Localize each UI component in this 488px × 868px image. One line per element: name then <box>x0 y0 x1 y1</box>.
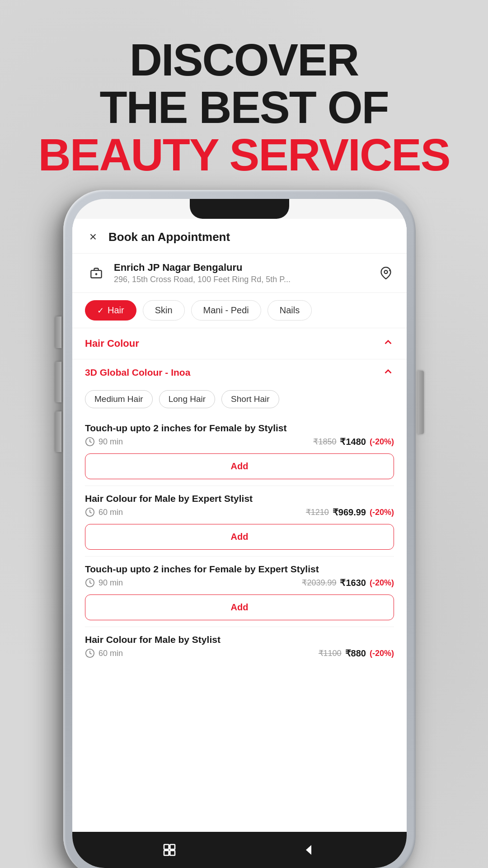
map-pin-icon[interactable] <box>378 265 394 281</box>
section-title: Hair Colour <box>85 338 139 349</box>
volume-up-button <box>55 362 61 402</box>
original-price-2: ₹1210 <box>306 507 329 517</box>
notch <box>190 199 289 219</box>
svg-rect-11 <box>170 850 175 855</box>
tab-hair[interactable]: ✓ Hair <box>85 300 136 321</box>
tab-mani-pedi[interactable]: Mani - Pedi <box>191 300 261 321</box>
svg-rect-8 <box>164 844 169 849</box>
svg-rect-10 <box>164 850 169 855</box>
service-price-3: ₹2039.99 ₹1630 (-20%) <box>302 577 394 588</box>
discount-badge-1: (-20%) <box>370 437 394 447</box>
svg-rect-9 <box>170 844 175 849</box>
service-item-2: Hair Colour for Male by Expert Stylist 6… <box>72 486 407 556</box>
check-icon: ✓ <box>97 306 104 316</box>
hero-line3: BEAUTY SERVICES <box>0 131 488 179</box>
original-price-1: ₹1850 <box>313 437 336 447</box>
service-meta-4: 60 min ₹1100 ₹880 (-20%) <box>85 648 394 659</box>
phone-frame: × Book an Appointment Enrich JP <box>63 190 416 868</box>
tab-nails[interactable]: Nails <box>267 300 312 321</box>
back-nav-icon[interactable] <box>300 840 319 860</box>
service-name-2: Hair Colour for Male by Expert Stylist <box>85 493 394 504</box>
phone-screen: × Book an Appointment Enrich JP <box>72 199 407 868</box>
medium-hair-button[interactable]: Medium Hair <box>85 390 153 408</box>
service-price-4: ₹1100 ₹880 (-20%) <box>319 648 394 659</box>
discount-badge-2: (-20%) <box>370 508 394 517</box>
discounted-price-1: ₹1480 <box>340 436 366 447</box>
original-price-4: ₹1100 <box>319 648 342 658</box>
svg-point-3 <box>385 270 388 274</box>
hero-line1: DISCOVER <box>0 36 488 84</box>
close-button[interactable]: × <box>85 229 101 245</box>
add-button-3[interactable]: Add <box>85 594 394 620</box>
discount-badge-4: (-20%) <box>370 649 394 658</box>
service-time-4: 60 min <box>85 648 123 658</box>
service-meta-2: 60 min ₹1210 ₹969.99 (-20%) <box>85 507 394 518</box>
hero-line2: THE BEST OF <box>0 84 488 131</box>
service-meta-1: 90 min ₹1850 ₹1480 (-20%) <box>85 436 394 447</box>
salon-name: Enrich JP Nagar Bengaluru <box>114 262 378 274</box>
service-time-1: 90 min <box>85 437 123 447</box>
service-meta-3: 90 min ₹2039.99 ₹1630 (-20%) <box>85 577 394 588</box>
service-item-1: Touch-up upto 2 inches for Female by Sty… <box>72 415 407 486</box>
add-button-2[interactable]: Add <box>85 524 394 550</box>
home-nav-icon[interactable] <box>160 840 179 860</box>
svg-marker-12 <box>306 845 311 854</box>
hero-section: DISCOVER THE BEST OF BEAUTY SERVICES <box>0 36 488 179</box>
service-name-1: Touch-up upto 2 inches for Female by Sty… <box>85 423 394 434</box>
phone-mockup: × Book an Appointment Enrich JP <box>63 190 461 868</box>
volume-down-button <box>55 411 61 452</box>
power-button <box>418 371 424 434</box>
hair-types: Medium Hair Long Hair Short Hair <box>72 386 407 415</box>
category-tabs: ✓ Hair Skin Mani - Pedi Nails <box>72 293 407 328</box>
sub-section-title: 3D Global Colour - Inoa <box>85 367 190 378</box>
service-item-4: Hair Colour for Male by Stylist 60 min ₹… <box>72 627 407 659</box>
add-button-1[interactable]: Add <box>85 453 394 479</box>
discounted-price-2: ₹969.99 <box>333 507 366 518</box>
service-item-3: Touch-up upto 2 inches for Female by Exp… <box>72 557 407 627</box>
service-name-3: Touch-up upto 2 inches for Female by Exp… <box>85 564 394 575</box>
app-content: × Book an Appointment Enrich JP <box>72 219 407 868</box>
sub-section: 3D Global Colour - Inoa <box>72 359 407 386</box>
app-header: × Book an Appointment <box>72 219 407 254</box>
service-time-2: 60 min <box>85 507 123 517</box>
short-hair-button[interactable]: Short Hair <box>221 390 279 408</box>
header-title: Book an Appointment <box>108 230 230 244</box>
service-price-1: ₹1850 ₹1480 (-20%) <box>313 436 394 447</box>
service-price-2: ₹1210 ₹969.99 (-20%) <box>306 507 394 518</box>
service-time-3: 90 min <box>85 578 123 588</box>
discounted-price-3: ₹1630 <box>340 577 366 588</box>
chevron-up-icon[interactable] <box>382 336 394 351</box>
discounted-price-4: ₹880 <box>345 648 366 659</box>
original-price-3: ₹2039.99 <box>302 578 336 588</box>
bottom-nav <box>72 832 407 868</box>
salon-details: Enrich JP Nagar Bengaluru 296, 15th Cros… <box>114 262 378 284</box>
service-name-4: Hair Colour for Male by Stylist <box>85 634 394 645</box>
tab-skin[interactable]: Skin <box>143 300 185 321</box>
salon-icon <box>85 262 108 284</box>
salon-address: 296, 15th Cross Road, 100 Feet Ring Rd, … <box>114 275 378 284</box>
hair-colour-section: Hair Colour <box>72 328 407 359</box>
sub-chevron-icon[interactable] <box>382 366 394 379</box>
long-hair-button[interactable]: Long Hair <box>159 390 215 408</box>
salon-info: Enrich JP Nagar Bengaluru 296, 15th Cros… <box>72 254 407 293</box>
discount-badge-3: (-20%) <box>370 578 394 588</box>
